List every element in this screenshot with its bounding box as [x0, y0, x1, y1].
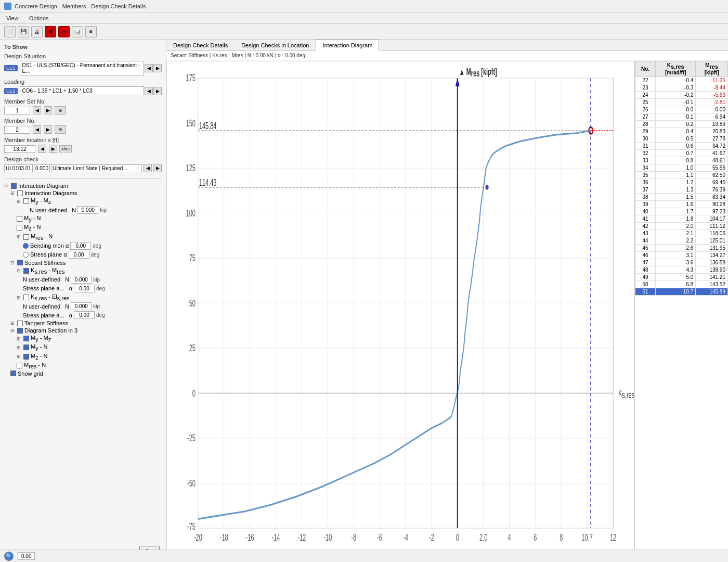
tree-n-user-1: N user-defined N kip: [4, 206, 162, 214]
uls-badge-1: ULS: [4, 65, 18, 71]
expand-tangent[interactable]: ⊞: [10, 321, 16, 326]
toolbar-btn-6[interactable]: 📊: [72, 26, 83, 37]
design-situation-next[interactable]: ▶: [153, 64, 162, 72]
toolbar-btn-7[interactable]: ≡: [85, 26, 97, 37]
radio-stress-plane-1[interactable]: [23, 252, 29, 258]
loc-next[interactable]: ▶: [49, 145, 57, 153]
n-user-input-2[interactable]: [71, 276, 92, 284]
x-x0-btn[interactable]: x/x₀: [59, 145, 72, 152]
col-ks: Ks,res[mrad/ft]: [656, 61, 696, 77]
toolbar-btn-4[interactable]: ⚙: [45, 26, 56, 37]
toolbar-btn-1[interactable]: ⬜: [4, 26, 16, 37]
design-situation-row: ULS DS1 - ULS (STR/GEO) - Permanent and …: [4, 61, 162, 75]
cb-secant-stiffness[interactable]: [17, 260, 23, 265]
loading-next[interactable]: ▶: [153, 87, 162, 95]
cb-diag-mz-n[interactable]: [23, 354, 29, 360]
expand-mres-n[interactable]: ⊞: [17, 234, 22, 239]
expand-ks-mres[interactable]: ⊟: [17, 268, 22, 273]
dc-prev[interactable]: ◀: [144, 164, 152, 172]
svg-point-63: [486, 185, 489, 190]
design-check-val[interactable]: 0.000: [34, 164, 50, 172]
stress-plane-input-2[interactable]: [74, 285, 95, 292]
expand-diag-my-mz[interactable]: ⊞: [17, 336, 22, 341]
menu-bar: View Options: [0, 12, 728, 24]
member-no-input[interactable]: [4, 126, 30, 134]
search-icon[interactable]: 🔍: [4, 552, 14, 561]
toolbar-btn-2[interactable]: 💾: [18, 26, 29, 37]
chart-container[interactable]: -20 -18 -16 -14 -12 -10 -8 -6 -4 -2 0 2.…: [166, 61, 634, 562]
loading-combo[interactable]: CO6 - 1.35 * LC1 + 1.50 * LC3: [20, 86, 144, 95]
tab-interaction-diagram[interactable]: Interaction Diagram: [316, 40, 379, 50]
cb-mres-n[interactable]: [23, 234, 29, 240]
cell-mres: 13.89: [696, 121, 728, 128]
member-set-select[interactable]: ⊕: [55, 106, 66, 114]
cb-tangent-stiffness[interactable]: [17, 321, 23, 326]
n-user-input-1[interactable]: [77, 206, 98, 214]
title-bar: Concrete Design - Members - Design Check…: [0, 0, 728, 12]
cell-mres: 34.72: [696, 143, 728, 150]
cell-ks: 2.2: [656, 237, 696, 245]
cell-ks: 2.0: [656, 223, 696, 230]
cell-mres: -2.81: [696, 99, 728, 106]
cb-mz-n[interactable]: [17, 225, 22, 231]
toolbar-btn-5[interactable]: ⚠: [58, 26, 70, 37]
member-location-input[interactable]: [4, 145, 35, 153]
design-check-id[interactable]: UL0103.01: [4, 164, 33, 172]
radio-bending-mon[interactable]: [23, 243, 29, 249]
unit-kip-1: kip: [100, 207, 107, 213]
cb-my-n[interactable]: [17, 216, 22, 222]
expand-diagram-section[interactable]: ⊟: [10, 328, 16, 333]
cell-mres: 55.56: [696, 164, 728, 172]
table-row: 320.741.67: [635, 150, 728, 157]
member-set-next[interactable]: ▶: [44, 106, 52, 114]
cb-diagram-section[interactable]: [17, 328, 23, 334]
member-no-select[interactable]: ⊕: [55, 125, 66, 134]
expand-diag-mz-n[interactable]: ⊞: [17, 354, 22, 359]
member-no-next[interactable]: ▶: [44, 125, 52, 134]
member-no-row: ◀ ▶ ⊕: [4, 125, 162, 134]
expand-1[interactable]: ⊞: [10, 190, 16, 196]
cb-diag-mres-n[interactable]: [17, 363, 22, 368]
expand-interaction[interactable]: ☑: [4, 183, 9, 188]
svg-text:0: 0: [192, 388, 196, 398]
loading-prev[interactable]: ◀: [145, 87, 153, 95]
dc-next[interactable]: ▶: [153, 164, 162, 172]
expand-my-mz[interactable]: ⊞: [17, 199, 22, 204]
expand-diag-my-n[interactable]: ⊞: [17, 345, 22, 350]
unit-deg-2: deg: [91, 252, 100, 258]
expand-secant[interactable]: ⊟: [10, 260, 16, 265]
tab-design-check-details[interactable]: Design Check Details: [166, 40, 235, 50]
n-user-input-3[interactable]: [71, 302, 92, 310]
tree-diagram-section: ⊟ Diagram Section in 3: [4, 327, 162, 334]
cell-ks: 0.7: [656, 150, 696, 157]
cb-interaction-diagrams[interactable]: [17, 190, 23, 196]
toolbar-btn-3[interactable]: 🖨: [31, 26, 43, 37]
cb-ks-els[interactable]: [23, 295, 29, 300]
cb-my-mz[interactable]: [23, 198, 29, 204]
design-situation-combo[interactable]: DS1 - ULS (STR/GEO) - Permanent and tran…: [20, 61, 144, 75]
cb-ks-mres[interactable]: [23, 268, 29, 274]
member-set-input[interactable]: [4, 107, 30, 114]
label-diag-mres-n: Mres - N: [24, 362, 46, 369]
stress-plane-input-3[interactable]: [74, 311, 95, 319]
unit-deg-1: deg: [93, 243, 101, 249]
menu-options[interactable]: Options: [27, 15, 51, 22]
loc-prev[interactable]: ◀: [38, 145, 46, 153]
design-situation-prev[interactable]: ◀: [145, 64, 153, 72]
cb-show-grid[interactable]: [10, 371, 16, 376]
bending-mon-input[interactable]: [70, 242, 91, 250]
member-no-prev[interactable]: ◀: [33, 125, 41, 134]
expand-ks-els[interactable]: ⊞: [17, 295, 22, 300]
stress-plane-input-1[interactable]: [69, 251, 89, 259]
cell-mres: 48.61: [696, 157, 728, 164]
design-check-text[interactable]: Ultimate Limit State | Required...: [51, 164, 142, 172]
cb-diag-my-mz[interactable]: [23, 336, 29, 341]
chart-table-area: -20 -18 -16 -14 -12 -10 -8 -6 -4 -2 0 2.…: [166, 61, 728, 562]
menu-view[interactable]: View: [4, 15, 21, 22]
cell-mres: -8.44: [696, 84, 728, 92]
tab-design-checks-location[interactable]: Design Checks in Location: [235, 40, 316, 50]
cb-diag-my-n[interactable]: [23, 344, 29, 350]
svg-text:-6: -6: [377, 532, 382, 542]
interaction-diagram-check[interactable]: [11, 183, 17, 189]
member-set-prev[interactable]: ◀: [33, 106, 41, 114]
